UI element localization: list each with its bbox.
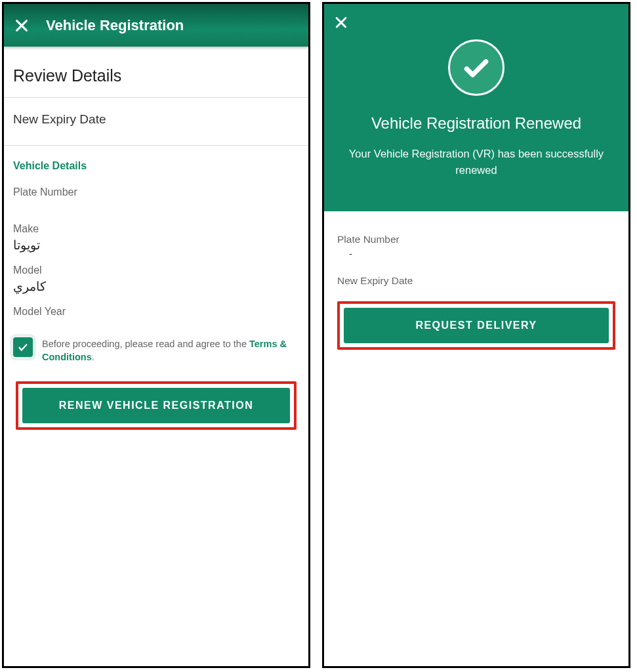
- plate-number-label: Plate Number: [13, 186, 299, 198]
- consent-row: Before proceeding, please read and agree…: [13, 337, 299, 372]
- consent-prefix: Before proceeding, please read and agree…: [42, 339, 249, 349]
- plate-number-value: -: [337, 248, 615, 259]
- success-check-circle: [448, 39, 504, 96]
- make-value: تويوتا: [13, 238, 299, 253]
- app-bar: Vehicle Registration: [4, 4, 308, 47]
- screen-review-details: Vehicle Registration Review Details New …: [2, 2, 310, 668]
- renew-registration-button[interactable]: RENEW VEHICLE REGISTRATION: [22, 388, 290, 423]
- vehicle-details-heading: Vehicle Details: [13, 160, 299, 172]
- divider: [4, 97, 308, 98]
- terms-checkbox[interactable]: [13, 337, 33, 357]
- success-subtitle: Your Vehicle Registration (VR) has been …: [341, 146, 611, 178]
- check-icon: [17, 341, 29, 353]
- screen-body: Review Details New Expiry Date Vehicle D…: [4, 47, 308, 666]
- check-icon: [462, 53, 491, 82]
- screen-renewed-confirmation: Vehicle Registration Renewed Your Vehicl…: [322, 2, 630, 668]
- model-year-label: Model Year: [13, 306, 299, 318]
- highlight-frame: RENEW VEHICLE REGISTRATION: [16, 381, 297, 430]
- consent-suffix: .: [92, 352, 94, 362]
- page-heading: Review Details: [13, 66, 299, 85]
- model-value: كامري: [13, 279, 299, 294]
- new-expiry-date-label: New Expiry Date: [13, 112, 299, 127]
- close-icon[interactable]: [14, 18, 29, 33]
- highlight-frame: REQUEST DELIVERY: [337, 301, 615, 350]
- request-delivery-button[interactable]: REQUEST DELIVERY: [344, 308, 609, 343]
- model-label: Model: [13, 264, 299, 276]
- new-expiry-date-label: New Expiry Date: [337, 275, 615, 287]
- screen-body: Plate Number - New Expiry Date REQUEST D…: [324, 211, 628, 350]
- plate-number-label: Plate Number: [337, 234, 615, 245]
- success-hero: Vehicle Registration Renewed Your Vehicl…: [324, 4, 628, 211]
- close-icon[interactable]: [335, 16, 348, 29]
- success-title: Vehicle Registration Renewed: [341, 114, 611, 133]
- app-bar-title: Vehicle Registration: [46, 17, 184, 34]
- make-label: Make: [13, 223, 299, 235]
- divider: [4, 145, 308, 146]
- consent-text: Before proceeding, please read and agree…: [42, 337, 299, 364]
